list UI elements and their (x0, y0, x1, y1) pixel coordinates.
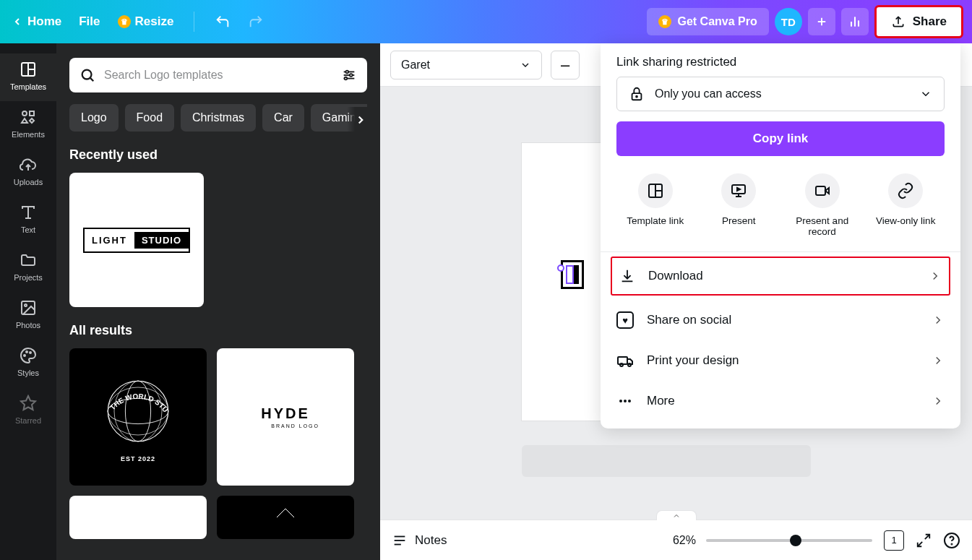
upload-icon (891, 14, 906, 29)
svg-point-17 (24, 355, 25, 356)
rail-starred[interactable]: Starred (0, 387, 56, 435)
zoom-value: 62% (673, 534, 696, 547)
help-icon[interactable] (943, 532, 960, 549)
svg-point-32 (114, 381, 162, 441)
undo-icon (215, 14, 231, 30)
share-button[interactable]: Share (874, 5, 963, 38)
cloud-upload-icon (20, 156, 37, 173)
recent-template-thumb[interactable]: LIGHT STUDIO (69, 173, 204, 307)
search-icon (79, 67, 95, 83)
filter-icon[interactable] (341, 67, 357, 83)
file-button[interactable]: File (76, 9, 103, 35)
chevron-down-icon (919, 87, 932, 100)
view-only-action[interactable]: View-only link (866, 173, 945, 237)
svg-point-31 (125, 381, 150, 441)
svg-point-43 (636, 96, 637, 98)
svg-point-18 (26, 351, 27, 353)
rail-projects[interactable]: Projects (0, 244, 56, 292)
present-action[interactable]: Present (699, 173, 778, 237)
svg-point-26 (350, 74, 353, 77)
template-thumb-3[interactable] (69, 496, 207, 539)
image-icon (20, 299, 37, 316)
undo-button[interactable] (212, 8, 233, 35)
canvas-area: Garet – (380, 43, 972, 560)
selection-handle[interactable] (557, 264, 564, 272)
print-row[interactable]: Print your design (601, 340, 960, 381)
download-icon (619, 268, 635, 284)
font-size-decrease[interactable]: – (551, 51, 580, 79)
top-bar: Home File ♛ Resize ♛ Get Canva Pro TD Sh… (0, 0, 972, 43)
svg-point-58 (619, 400, 622, 402)
lock-icon (629, 86, 645, 102)
chip-christmas[interactable]: Christmas (181, 104, 256, 132)
svg-marker-48 (737, 188, 740, 191)
more-row[interactable]: More (601, 381, 960, 421)
redo-icon (248, 14, 264, 30)
fullscreen-icon[interactable] (916, 533, 932, 548)
access-selector[interactable]: Only you can access (616, 77, 945, 111)
rail-text[interactable]: Text (0, 197, 56, 244)
get-pro-button[interactable]: ♛ Get Canva Pro (647, 8, 768, 35)
add-member-button[interactable] (808, 8, 835, 35)
redo-button[interactable] (245, 8, 267, 35)
recently-used-title: Recently used (69, 147, 367, 163)
chevron-down-icon (520, 59, 531, 71)
templates-panel: Logo Food Christmas Car Gaming Recently … (56, 43, 380, 560)
svg-point-29 (108, 381, 168, 441)
svg-point-59 (624, 400, 627, 402)
search-input[interactable] (104, 69, 332, 82)
template-world-studios[interactable]: THE WORLD STUDIOS EST 2022 (69, 348, 207, 486)
notes-button[interactable]: Notes (392, 533, 447, 548)
template-hyde[interactable]: HYDE BRAND LOGO (217, 348, 354, 486)
add-page-button[interactable] (522, 445, 811, 477)
chip-food[interactable]: Food (125, 104, 174, 132)
rail-photos[interactable]: Photos (0, 292, 56, 340)
chevron-left-icon (12, 16, 23, 27)
insights-button[interactable] (841, 8, 869, 35)
palette-icon (20, 347, 37, 364)
chevron-right-icon (932, 395, 945, 408)
link-icon (897, 182, 914, 199)
search-box[interactable] (69, 58, 367, 92)
zoom-slider[interactable] (706, 539, 872, 542)
svg-point-9 (22, 111, 27, 116)
home-label: Home (27, 14, 61, 29)
copy-link-button[interactable]: Copy link (616, 121, 945, 156)
topbar-divider (194, 12, 194, 32)
home-button[interactable]: Home (9, 9, 64, 35)
svg-point-21 (82, 70, 92, 79)
present-record-action[interactable]: Present and record (783, 173, 862, 237)
rail-uploads[interactable]: Uploads (0, 149, 56, 197)
share-social-row[interactable]: ♥ Share on social (601, 300, 960, 340)
font-selector[interactable]: Garet (390, 51, 542, 79)
page-count[interactable]: 1 (884, 530, 904, 551)
svg-rect-10 (30, 111, 34, 116)
page-panel-toggle[interactable] (656, 510, 697, 520)
chevron-right-icon (932, 354, 945, 367)
user-avatar[interactable]: TD (775, 8, 802, 35)
diamond-icon (271, 503, 300, 532)
rail-templates[interactable]: Templates (0, 53, 56, 101)
share-title: Link sharing restricted (601, 43, 960, 77)
chip-logo[interactable]: Logo (69, 104, 119, 132)
svg-marker-11 (22, 119, 27, 123)
svg-point-28 (345, 77, 348, 80)
svg-line-22 (90, 78, 93, 81)
template-thumb-4[interactable] (217, 496, 354, 539)
canvas-logo-element[interactable] (561, 260, 584, 289)
chip-car[interactable]: Car (262, 104, 304, 132)
svg-point-60 (628, 400, 631, 402)
rail-styles[interactable]: Styles (0, 340, 56, 387)
resize-button[interactable]: ♛ Resize (115, 9, 177, 35)
rail-elements[interactable]: Elements (0, 101, 56, 149)
layout-icon (647, 182, 664, 199)
svg-point-16 (25, 304, 27, 306)
chips-scroll-right[interactable] (347, 107, 367, 132)
template-link-action[interactable]: Template link (616, 173, 695, 237)
chart-bar-icon (848, 14, 862, 29)
chevron-up-icon (672, 512, 681, 520)
zoom-knob[interactable] (790, 535, 801, 546)
download-row[interactable]: Download (611, 257, 950, 296)
logo-preview: LIGHT STUDIO (83, 228, 190, 253)
share-popover: Link sharing restricted Only you can acc… (601, 43, 960, 428)
